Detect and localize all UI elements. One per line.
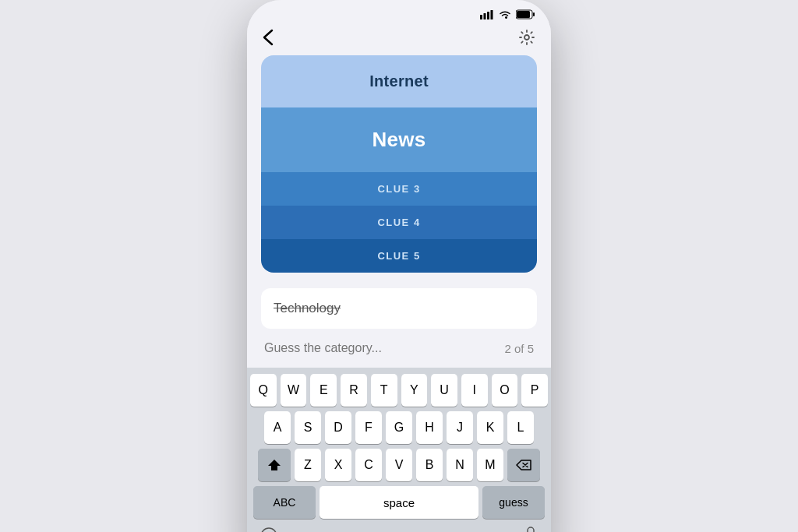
key-z[interactable]: Z bbox=[295, 449, 321, 481]
clue-2-text: News bbox=[372, 128, 425, 152]
keyboard-row-2: A S D F G H J K L bbox=[250, 411, 548, 444]
key-u[interactable]: U bbox=[431, 374, 457, 407]
key-s[interactable]: S bbox=[295, 411, 321, 444]
back-button[interactable] bbox=[263, 29, 274, 46]
emoji-button[interactable] bbox=[260, 527, 278, 532]
signal-icon bbox=[480, 10, 494, 19]
key-p[interactable]: P bbox=[521, 374, 548, 407]
key-m[interactable]: M bbox=[477, 449, 503, 481]
svg-rect-3 bbox=[491, 10, 493, 19]
mic-button[interactable] bbox=[523, 527, 538, 532]
key-l[interactable]: L bbox=[507, 411, 534, 444]
key-r[interactable]: R bbox=[341, 374, 367, 407]
clue-card: Internet News CLUE 3 CLUE 4 CLUE 5 bbox=[261, 55, 537, 273]
key-o[interactable]: O bbox=[492, 374, 518, 407]
key-w[interactable]: W bbox=[281, 374, 307, 407]
guess-count: 2 of 5 bbox=[504, 342, 534, 355]
clue-5-text: CLUE 5 bbox=[377, 250, 420, 262]
key-h[interactable]: H bbox=[416, 411, 443, 444]
clue-row-3: CLUE 3 bbox=[261, 172, 537, 206]
svg-rect-0 bbox=[480, 15, 482, 19]
key-b[interactable]: B bbox=[416, 449, 443, 481]
key-f[interactable]: F bbox=[355, 411, 382, 444]
space-key[interactable]: space bbox=[320, 486, 478, 519]
settings-button[interactable] bbox=[518, 29, 535, 46]
key-a[interactable]: A bbox=[264, 411, 291, 444]
keyboard-bottom-row: ABC space guess bbox=[250, 486, 548, 519]
svg-rect-5 bbox=[517, 11, 530, 18]
clue-3-text: CLUE 3 bbox=[377, 183, 420, 195]
clue-row-5: CLUE 5 bbox=[261, 239, 537, 273]
emoji-row bbox=[250, 523, 548, 532]
key-c[interactable]: C bbox=[355, 449, 382, 481]
key-v[interactable]: V bbox=[386, 449, 412, 481]
guess-input[interactable] bbox=[264, 341, 504, 355]
wifi-icon bbox=[499, 10, 511, 19]
phone-frame: Internet News CLUE 3 CLUE 4 CLUE 5 Techn… bbox=[247, 0, 551, 532]
keyboard: Q W E R T Y U I O P A S D F G H J K L bbox=[247, 368, 551, 532]
guess-key[interactable]: guess bbox=[482, 486, 545, 519]
key-e[interactable]: E bbox=[310, 374, 337, 407]
clue-4-text: CLUE 4 bbox=[377, 217, 420, 228]
svg-point-7 bbox=[524, 35, 529, 40]
clue-row-4: CLUE 4 bbox=[261, 206, 537, 239]
key-n[interactable]: N bbox=[447, 449, 473, 481]
key-x[interactable]: X bbox=[325, 449, 351, 481]
top-nav bbox=[247, 23, 551, 55]
keyboard-row-1: Q W E R T Y U I O P bbox=[250, 374, 548, 407]
input-area: 2 of 5 bbox=[261, 341, 537, 355]
svg-point-8 bbox=[261, 528, 277, 532]
battery-icon bbox=[516, 9, 535, 19]
clue-1-text: Internet bbox=[369, 72, 429, 90]
abc-key[interactable]: ABC bbox=[253, 486, 316, 519]
svg-rect-6 bbox=[533, 12, 535, 16]
key-d[interactable]: D bbox=[325, 411, 351, 444]
key-i[interactable]: I bbox=[461, 374, 488, 407]
key-t[interactable]: T bbox=[371, 374, 397, 407]
wrong-guess-text: Technology bbox=[274, 301, 341, 316]
clue-row-1: Internet bbox=[261, 55, 537, 107]
svg-rect-1 bbox=[484, 13, 486, 19]
svg-rect-11 bbox=[528, 527, 534, 532]
keyboard-row-3: Z X C V B N M bbox=[250, 449, 548, 481]
svg-rect-2 bbox=[487, 12, 489, 19]
guess-history: Technology bbox=[261, 288, 537, 329]
key-j[interactable]: J bbox=[447, 411, 473, 444]
key-g[interactable]: G bbox=[386, 411, 412, 444]
key-k[interactable]: K bbox=[477, 411, 503, 444]
key-y[interactable]: Y bbox=[401, 374, 428, 407]
key-q[interactable]: Q bbox=[250, 374, 277, 407]
shift-key[interactable] bbox=[258, 449, 291, 481]
clue-row-2: News bbox=[261, 107, 537, 172]
status-bar bbox=[247, 0, 551, 23]
backspace-key[interactable] bbox=[507, 449, 540, 481]
